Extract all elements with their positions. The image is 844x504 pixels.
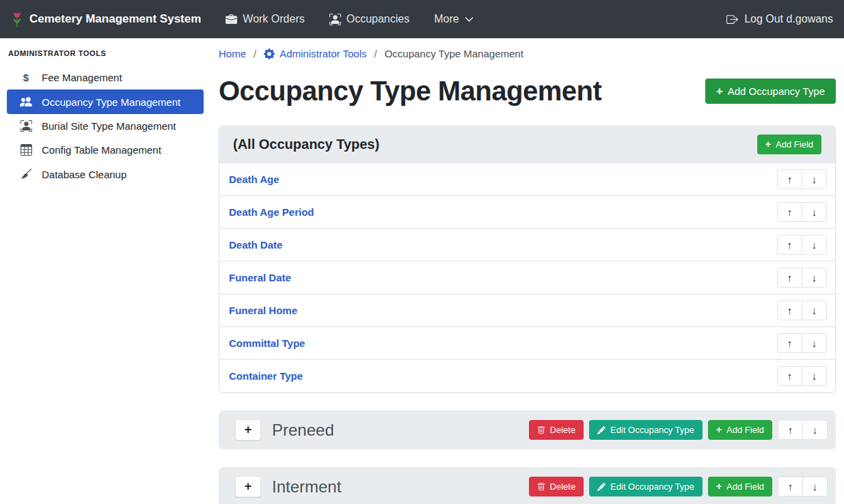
field-link-funeral-date[interactable]: Funeral Date (229, 272, 291, 283)
app-title: Cemetery Management System (29, 12, 201, 26)
section-title: Preneed (272, 421, 334, 440)
pencil-icon (597, 483, 605, 491)
nav-more[interactable]: More (434, 13, 473, 25)
move-down-button[interactable]: ↓ (802, 333, 827, 353)
edit-occupancy-type-button[interactable]: Edit Occupancy Type (589, 420, 703, 440)
occupancy-type-section-interment: + Interment Delete Edit Occupancy Type + (219, 467, 836, 504)
move-up-button[interactable]: ↑ (777, 366, 802, 386)
sidebar-item-config-table-management[interactable]: Config Table Management (7, 138, 204, 162)
reorder-buttons: ↑ ↓ (777, 202, 827, 222)
sidebar-item-fee-management[interactable]: $ Fee Management (7, 66, 204, 89)
move-down-button[interactable]: ↓ (802, 366, 827, 386)
plus-icon: + (716, 481, 722, 491)
field-link-container-type[interactable]: Container Type (229, 370, 303, 382)
move-down-button[interactable]: ↓ (802, 235, 827, 255)
move-down-button[interactable]: ↓ (802, 202, 827, 222)
move-up-button[interactable]: ↑ (777, 333, 802, 353)
breadcrumb-separator: / (374, 46, 377, 61)
add-occupancy-type-button[interactable]: + Add Occupancy Type (705, 79, 836, 104)
move-up-button[interactable]: ↑ (777, 300, 802, 320)
field-link-death-age[interactable]: Death Age (229, 173, 280, 185)
delete-label: Delete (550, 481, 576, 492)
delete-button[interactable]: Delete (529, 477, 584, 496)
top-navbar: Cemetery Management System Work Orders O… (0, 0, 844, 38)
nav-work-orders[interactable]: Work Orders (226, 13, 304, 25)
add-field-label: Add Field (726, 481, 764, 492)
broom-icon (19, 168, 33, 180)
expand-button[interactable]: + (235, 476, 261, 497)
field-link-death-date[interactable]: Death Date (229, 239, 282, 251)
move-down-button[interactable]: ↓ (802, 169, 827, 189)
move-up-button[interactable]: ↑ (778, 420, 803, 440)
table-icon (19, 144, 33, 156)
add-field-button[interactable]: + Add Field (708, 477, 772, 496)
reorder-buttons: ↑ ↓ (777, 235, 827, 255)
edit-occupancy-type-label: Edit Occupancy Type (610, 481, 694, 492)
delete-button[interactable]: Delete (529, 420, 584, 440)
move-up-button[interactable]: ↑ (777, 202, 802, 222)
add-field-label: Add Field (726, 425, 764, 435)
trash-icon (537, 426, 545, 434)
field-link-committal-type[interactable]: Committal Type (229, 337, 305, 349)
field-link-death-age-period[interactable]: Death Age Period (229, 206, 314, 218)
reorder-buttons: ↑ ↓ (778, 420, 828, 440)
tulip-logo-icon (11, 10, 23, 28)
reorder-buttons: ↑ ↓ (778, 477, 828, 496)
primary-nav: Work Orders Occupancies More (226, 13, 473, 25)
field-link-funeral-home[interactable]: Funeral Home (229, 305, 297, 316)
breadcrumb-separator: / (254, 46, 256, 61)
delete-label: Delete (550, 425, 576, 435)
sidebar-item-burial-site-type-management[interactable]: Burial Site Type Management (7, 114, 204, 138)
edit-occupancy-type-button[interactable]: Edit Occupancy Type (589, 477, 703, 496)
breadcrumb-home[interactable]: Home (219, 46, 246, 61)
move-up-button[interactable]: ↑ (777, 169, 802, 189)
nav-work-orders-label: Work Orders (243, 13, 304, 25)
person-bounding-box-icon (19, 120, 33, 132)
add-occupancy-type-label: Add Occupancy Type (728, 85, 825, 97)
reorder-buttons: ↑ ↓ (777, 169, 827, 189)
plus-icon: + (716, 425, 722, 434)
nav-occupancies[interactable]: Occupancies (329, 13, 410, 25)
sidebar: ADMINISTRATOR TOOLS $ Fee Management Occ… (0, 38, 210, 504)
main-content: Home / Administrator Tools / Occupancy T… (210, 38, 844, 504)
expand-button[interactable]: + (235, 419, 261, 440)
move-down-button[interactable]: ↓ (802, 300, 827, 320)
occupancy-type-section-preneed: + Preneed Delete Edit Occupancy Type + (219, 410, 836, 449)
move-up-button[interactable]: ↑ (778, 477, 803, 496)
nav-more-label: More (434, 13, 459, 25)
reorder-buttons: ↑ ↓ (777, 366, 827, 386)
edit-occupancy-type-label: Edit Occupancy Type (610, 425, 694, 435)
add-field-button[interactable]: + Add Field (757, 135, 821, 154)
logout-link[interactable]: Log Out d.gowans (726, 13, 833, 25)
move-down-button[interactable]: ↓ (802, 477, 828, 496)
chevron-down-icon (465, 15, 474, 24)
sidebar-item-label: Config Table Management (42, 144, 161, 156)
reorder-buttons: ↑ ↓ (777, 300, 827, 320)
card-header: (All Occupancy Types) + Add Field (219, 126, 835, 163)
users-icon (19, 96, 33, 108)
sidebar-item-database-cleanup[interactable]: Database Cleanup (7, 162, 204, 186)
trash-icon (537, 483, 545, 491)
app-brand[interactable]: Cemetery Management System (11, 10, 201, 28)
person-bounding-box-icon (329, 14, 341, 25)
briefcase-icon (226, 14, 237, 25)
section-actions: Delete Edit Occupancy Type + Add Field ↑… (529, 477, 828, 496)
move-down-button[interactable]: ↓ (802, 268, 827, 288)
breadcrumb-home-label: Home (219, 46, 246, 61)
sidebar-item-occupancy-type-management[interactable]: Occupancy Type Management (7, 89, 204, 114)
field-row: Committal Type ↑ ↓ (219, 326, 835, 359)
add-field-button[interactable]: + Add Field (708, 420, 772, 440)
sidebar-item-label: Fee Management (42, 72, 122, 83)
move-up-button[interactable]: ↑ (777, 235, 802, 255)
sidebar-item-label: Occupancy Type Management (42, 96, 180, 108)
move-down-button[interactable]: ↓ (802, 420, 828, 440)
field-row: Death Date ↑ ↓ (219, 228, 835, 261)
breadcrumb-administrator-tools[interactable]: Administrator Tools (264, 46, 366, 61)
plus-icon: + (716, 85, 723, 97)
field-row: Funeral Home ↑ ↓ (219, 294, 835, 326)
logout-icon (726, 14, 738, 25)
section-actions: Delete Edit Occupancy Type + Add Field ↑… (529, 420, 828, 440)
field-row: Death Age ↑ ↓ (219, 163, 835, 195)
move-up-button[interactable]: ↑ (777, 268, 802, 288)
gear-icon (264, 48, 275, 59)
